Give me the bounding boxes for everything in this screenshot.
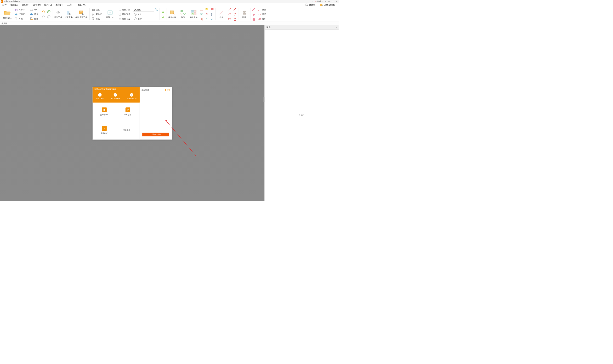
highlight-icon[interactable]: T	[205, 7, 209, 12]
add-icon: T	[180, 10, 186, 15]
circle-shape-icon[interactable]	[233, 12, 237, 16]
maximize-button[interactable]: □	[331, 0, 334, 2]
zoom-input[interactable]	[133, 8, 154, 12]
redo-icon[interactable]	[41, 15, 46, 19]
strikethrough-icon[interactable]: T	[205, 12, 209, 16]
print-button[interactable]: 打印(P)...	[14, 12, 28, 16]
svg-rect-45	[181, 10, 183, 12]
underline-icon[interactable]: T	[205, 17, 209, 22]
link-icon[interactable]	[200, 7, 204, 12]
open-button[interactable]: 打开(O)...	[1, 7, 13, 22]
new-pdf-button[interactable]: + 新建PDF	[93, 121, 116, 140]
save-button[interactable]: 保存(S)	[14, 8, 28, 12]
attachment-icon[interactable]	[210, 12, 214, 16]
menu-edit[interactable]: 编辑(E)	[11, 3, 18, 6]
open-pdf-button[interactable]: 打开PDF文件	[142, 133, 169, 136]
svg-point-18	[47, 10, 50, 13]
polygon-fill-icon[interactable]	[252, 17, 256, 22]
properties-close-button[interactable]: ✕	[335, 26, 337, 28]
start-dialog: 开通会员即可享有以下权限: ⬇ 保存无水印 ↑ 永久免费升级 ☺ 专业技术支持	[93, 87, 172, 140]
svg-line-79	[258, 9, 261, 11]
area-button[interactable]: 面积	[257, 17, 267, 21]
printer-icon	[15, 13, 18, 16]
rect-shape-icon[interactable]	[227, 17, 232, 22]
canvas: 开通会员即可享有以下权限: ⬇ 保存无水印 ↑ 永久免费升级 ☺ 专业技术支持	[0, 25, 265, 201]
svg-rect-56	[194, 13, 196, 15]
zoom-plus-icon[interactable]	[155, 8, 158, 12]
zoom-out-button[interactable]: 缩小	[133, 17, 158, 21]
clear-recent-button[interactable]: 🗑 清空	[165, 89, 170, 91]
menu-file[interactable]: 文件	[2, 3, 7, 6]
zoom-in-button[interactable]: 放大	[133, 12, 158, 16]
svg-point-19	[47, 15, 50, 18]
rotate-cw-icon[interactable]	[161, 15, 165, 19]
ellipse-shape-icon[interactable]	[227, 12, 232, 16]
find-button[interactable]: 查找(F)	[305, 3, 316, 6]
svg-rect-27	[93, 9, 94, 9]
text-box-icon[interactable]: T	[200, 12, 204, 16]
vip-banner[interactable]: 开通会员即可享有以下权限: ⬇ 保存无水印 ↑ 永久免费升级 ☺ 专业技术支持	[93, 87, 140, 103]
scrollbar-thumb[interactable]	[264, 97, 265, 102]
text-cursor-icon[interactable]: T	[200, 17, 204, 22]
audio-icon[interactable]	[210, 17, 214, 22]
img-to-pdf-button[interactable]: ▣ 图片转PDF	[93, 103, 116, 121]
svg-marker-82	[258, 18, 261, 20]
form-icon	[191, 10, 196, 15]
pdf-merge-button[interactable]: P PDF合并	[116, 103, 140, 121]
rotate-ccw-icon[interactable]	[161, 10, 165, 14]
plus-icon: +	[102, 126, 107, 131]
export-button[interactable]: 导出	[14, 17, 28, 21]
edit-content-button[interactable]: T 编辑内容	[167, 10, 178, 18]
svg-rect-77	[244, 13, 245, 13]
edit-annotate-tool-button[interactable]: 编辑注释工具	[74, 10, 89, 18]
advanced-find-icon	[320, 3, 323, 6]
svg-rect-9	[16, 9, 17, 9]
snapshot-button[interactable]: 快照	[91, 8, 103, 12]
find-tool-button[interactable]: 查找	[91, 17, 103, 21]
menu-form[interactable]: 表单(R)	[55, 3, 63, 6]
fit-page-button[interactable]: 匹配页面	[117, 8, 131, 12]
menu-document[interactable]: 文档(D)	[33, 3, 41, 6]
svg-point-26	[93, 9, 94, 10]
clipboard-button[interactable]: 剪贴板	[91, 12, 103, 16]
close-button[interactable]: ✕	[335, 0, 338, 2]
user-name[interactable]: 微信用户	[317, 0, 323, 2]
line-shape-icon[interactable]	[227, 7, 232, 12]
back-icon[interactable]	[47, 10, 51, 14]
select-tool-button[interactable]: T 选取工具	[64, 10, 74, 18]
comment-icon[interactable]	[210, 7, 214, 12]
lines-button[interactable]: 线条	[216, 10, 227, 18]
arrow-shape-icon[interactable]	[233, 7, 237, 12]
mail-icon	[30, 8, 33, 11]
recent-list	[142, 91, 170, 133]
fit-visible-button[interactable]: 匹配可见	[117, 17, 131, 21]
add-button[interactable]: T 添加	[178, 10, 188, 18]
advanced-find-button[interactable]: 高级查找(S)	[320, 3, 336, 6]
scan-button[interactable]: 扫描	[29, 12, 39, 16]
menu-tools[interactable]: 工具(T)	[67, 3, 74, 6]
pencil-icon[interactable]	[252, 7, 256, 12]
menubar: 文件 编辑(E) 视图(V) 文档(D) 注释(C) 表单(R) 工具(T) 窗…	[0, 3, 339, 7]
distance-button[interactable]: 距离	[257, 8, 267, 12]
new-file-icon	[30, 17, 33, 20]
menu-view[interactable]: 视图(V)	[22, 3, 29, 6]
stamp-button[interactable]: 图章	[239, 10, 250, 18]
new-button[interactable]: 新建	[29, 17, 39, 21]
eraser-icon[interactable]	[252, 12, 256, 16]
hamburger-button[interactable]: ≡	[324, 0, 327, 2]
forward-icon[interactable]	[47, 15, 51, 19]
svg-line-68	[220, 11, 223, 14]
hand-tool-button[interactable]: 手形工具	[53, 10, 64, 18]
menu-window[interactable]: 窗口(W)	[78, 3, 86, 6]
edit-form-button[interactable]: 编辑表单	[188, 10, 199, 18]
mail-button[interactable]: 邮寄	[29, 8, 39, 12]
see-more-button[interactable]: 查看更多 →	[116, 121, 140, 140]
perimeter-button[interactable]: 周长	[257, 12, 267, 16]
fit-width-button[interactable]: 匹配宽度	[117, 12, 131, 16]
actual-size-button[interactable]: 1:1 实际大小	[105, 10, 115, 18]
menu-annotate[interactable]: 注释(C)	[44, 3, 52, 6]
svg-point-70	[228, 13, 231, 15]
undo-icon[interactable]	[41, 10, 46, 14]
polygon-shape-icon[interactable]	[233, 17, 237, 22]
minimize-button[interactable]: —	[328, 0, 331, 2]
